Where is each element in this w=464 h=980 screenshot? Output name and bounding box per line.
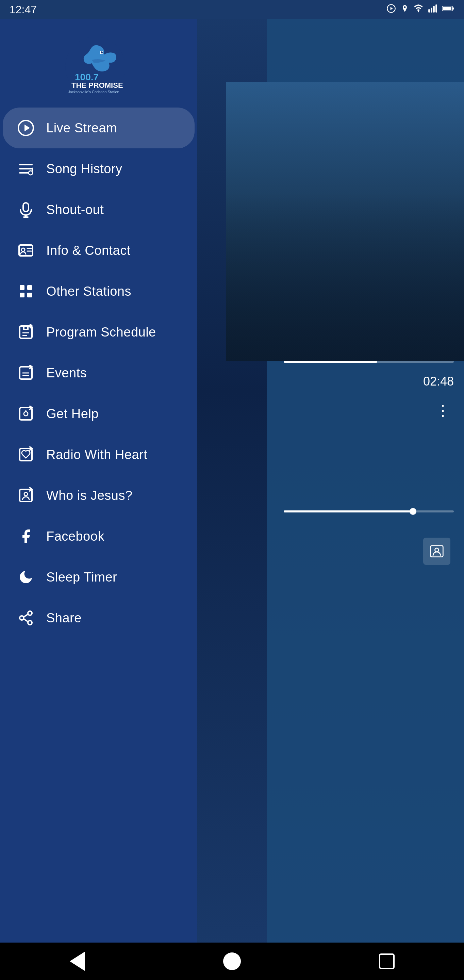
progress-bar-container[interactable] <box>284 361 454 363</box>
id-card-icon <box>15 240 37 261</box>
svg-rect-33 <box>20 293 24 298</box>
wifi-icon <box>414 5 423 14</box>
share-icon <box>15 607 37 629</box>
svg-rect-0 <box>431 546 443 557</box>
svg-text:Jacksonville's Christian Stati: Jacksonville's Christian Station <box>68 90 119 94</box>
svg-point-42 <box>24 412 28 416</box>
who-is-jesus-label: Who is Jesus? <box>46 488 133 503</box>
svg-rect-9 <box>453 8 454 10</box>
volume-thumb <box>410 508 416 515</box>
svg-rect-10 <box>443 7 451 10</box>
music-list-icon <box>15 158 37 180</box>
menu-item-song-history[interactable]: Song History <box>3 148 195 189</box>
svg-rect-24 <box>23 203 29 212</box>
status-bar: 12:47 <box>0 0 464 19</box>
navigation-drawer: 100.7 THE PROMISE Jacksonville's Christi… <box>0 19 197 980</box>
program-schedule-label: Program Schedule <box>46 325 156 340</box>
svg-line-50 <box>24 614 28 617</box>
microphone-icon <box>15 199 37 221</box>
back-icon <box>70 952 85 971</box>
video-area <box>226 82 464 361</box>
back-button[interactable] <box>60 944 94 978</box>
other-stations-label: Other Stations <box>46 284 131 299</box>
svg-line-51 <box>24 619 28 622</box>
logo-container: 100.7 THE PROMISE Jacksonville's Christi… <box>51 29 146 97</box>
progress-bar-fill <box>284 361 377 363</box>
radio-heart-icon <box>15 444 37 466</box>
svg-rect-6 <box>433 6 435 13</box>
location-icon <box>401 5 409 14</box>
svg-point-28 <box>21 248 25 251</box>
svg-rect-5 <box>431 8 432 13</box>
menu-item-who-is-jesus[interactable]: Who is Jesus? <box>3 475 195 516</box>
menu-item-program-schedule[interactable]: Program Schedule <box>3 312 195 353</box>
volume-bar-container[interactable] <box>284 511 454 512</box>
menu-item-live-stream[interactable]: Live Stream <box>3 108 195 148</box>
who-is-jesus-icon <box>15 485 37 506</box>
menu-item-sleep-timer[interactable]: Sleep Timer <box>3 557 195 598</box>
facebook-label: Facebook <box>46 529 105 544</box>
contact-icon-button[interactable] <box>423 538 450 565</box>
events-icon <box>15 362 37 384</box>
more-button[interactable]: ⋮ <box>435 401 450 419</box>
menu-item-shout-out[interactable]: Shout-out <box>3 189 195 230</box>
logo-area: 100.7 THE PROMISE Jacksonville's Christi… <box>0 19 197 108</box>
shout-out-label: Shout-out <box>46 202 104 217</box>
play-icon <box>15 117 37 139</box>
video-overlay <box>226 193 464 361</box>
svg-text:THE PROMISE: THE PROMISE <box>72 81 123 89</box>
svg-rect-31 <box>20 285 24 290</box>
get-help-label: Get Help <box>46 407 99 421</box>
recents-button[interactable] <box>370 944 404 978</box>
svg-point-46 <box>24 492 27 496</box>
home-button[interactable] <box>215 944 249 978</box>
svg-rect-7 <box>435 5 437 12</box>
svg-marker-3 <box>391 7 393 10</box>
app-logo: 100.7 THE PROMISE Jacksonville's Christi… <box>51 33 146 94</box>
menu-list: Live Stream Song History <box>0 108 197 638</box>
status-icons <box>386 4 454 15</box>
svg-point-1 <box>435 548 439 552</box>
volume-bar-fill <box>284 511 416 512</box>
battery-icon <box>442 5 454 14</box>
menu-item-events[interactable]: Events <box>3 353 195 393</box>
radio-with-heart-label: Radio With Heart <box>46 447 147 462</box>
home-icon <box>223 953 241 970</box>
program-schedule-icon <box>15 321 37 343</box>
svg-rect-34 <box>27 293 32 298</box>
recents-icon <box>379 953 395 969</box>
signal-icon <box>428 5 437 14</box>
navigation-bar <box>0 943 464 980</box>
svg-point-13 <box>101 51 103 53</box>
live-stream-label: Live Stream <box>46 121 117 135</box>
song-history-label: Song History <box>46 162 122 176</box>
moon-icon <box>15 566 37 588</box>
share-label: Share <box>46 611 82 625</box>
svg-rect-4 <box>428 9 430 12</box>
menu-item-info-contact[interactable]: Info & Contact <box>3 230 195 271</box>
info-contact-label: Info & Contact <box>46 243 130 258</box>
menu-item-share[interactable]: Share <box>3 598 195 638</box>
events-label: Events <box>46 366 87 380</box>
menu-item-other-stations[interactable]: Other Stations <box>3 271 195 312</box>
svg-point-22 <box>29 171 33 175</box>
sleep-timer-label: Sleep Timer <box>46 570 117 585</box>
menu-item-radio-with-heart[interactable]: Radio With Heart <box>3 434 195 475</box>
status-time: 12:47 <box>10 3 37 16</box>
menu-item-facebook[interactable]: Facebook <box>3 516 195 557</box>
menu-item-get-help[interactable]: Get Help <box>3 393 195 434</box>
svg-rect-32 <box>27 285 32 290</box>
svg-marker-18 <box>24 124 30 131</box>
get-help-icon <box>15 403 37 425</box>
grid-icon <box>15 280 37 302</box>
player-timer: 02:48 <box>423 374 454 388</box>
play-circle-icon <box>386 4 396 15</box>
facebook-icon <box>15 525 37 547</box>
